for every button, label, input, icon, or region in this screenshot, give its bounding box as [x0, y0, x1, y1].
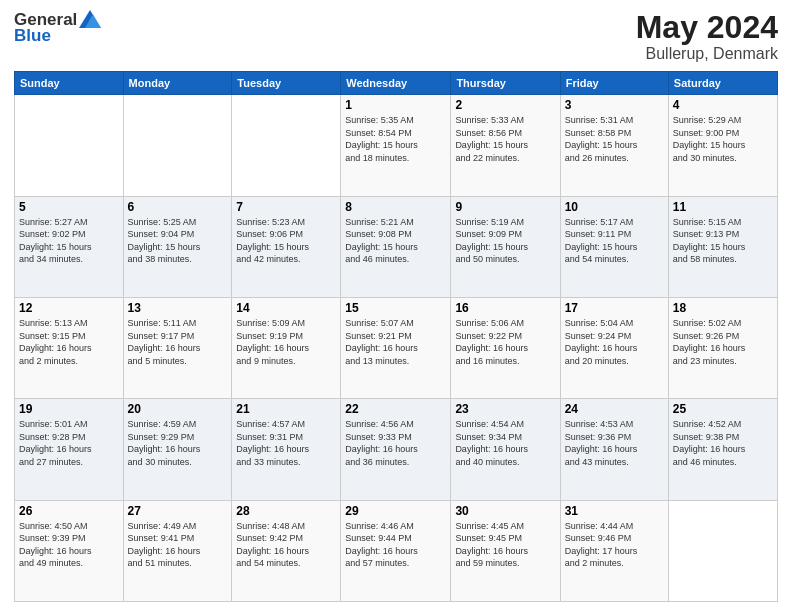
day-number: 8 [345, 200, 446, 214]
day-info: Sunrise: 4:48 AMSunset: 9:42 PMDaylight:… [236, 520, 336, 570]
day-info: Sunrise: 5:31 AMSunset: 8:58 PMDaylight:… [565, 114, 664, 164]
day-info: Sunrise: 5:23 AMSunset: 9:06 PMDaylight:… [236, 216, 336, 266]
calendar-week-row: 26Sunrise: 4:50 AMSunset: 9:39 PMDayligh… [15, 500, 778, 601]
day-info: Sunrise: 5:27 AMSunset: 9:02 PMDaylight:… [19, 216, 119, 266]
month-title: May 2024 [636, 10, 778, 45]
calendar-week-row: 19Sunrise: 5:01 AMSunset: 9:28 PMDayligh… [15, 399, 778, 500]
header-saturday: Saturday [668, 72, 777, 95]
table-row: 31Sunrise: 4:44 AMSunset: 9:46 PMDayligh… [560, 500, 668, 601]
day-number: 29 [345, 504, 446, 518]
table-row: 8Sunrise: 5:21 AMSunset: 9:08 PMDaylight… [341, 196, 451, 297]
table-row: 1Sunrise: 5:35 AMSunset: 8:54 PMDaylight… [341, 95, 451, 196]
table-row: 26Sunrise: 4:50 AMSunset: 9:39 PMDayligh… [15, 500, 124, 601]
day-number: 23 [455, 402, 555, 416]
calendar-week-row: 5Sunrise: 5:27 AMSunset: 9:02 PMDaylight… [15, 196, 778, 297]
table-row: 13Sunrise: 5:11 AMSunset: 9:17 PMDayligh… [123, 297, 232, 398]
table-row: 27Sunrise: 4:49 AMSunset: 9:41 PMDayligh… [123, 500, 232, 601]
table-row [668, 500, 777, 601]
day-number: 5 [19, 200, 119, 214]
table-row [15, 95, 124, 196]
table-row: 14Sunrise: 5:09 AMSunset: 9:19 PMDayligh… [232, 297, 341, 398]
day-info: Sunrise: 5:19 AMSunset: 9:09 PMDaylight:… [455, 216, 555, 266]
day-number: 22 [345, 402, 446, 416]
table-row: 6Sunrise: 5:25 AMSunset: 9:04 PMDaylight… [123, 196, 232, 297]
table-row: 30Sunrise: 4:45 AMSunset: 9:45 PMDayligh… [451, 500, 560, 601]
table-row [232, 95, 341, 196]
day-info: Sunrise: 4:49 AMSunset: 9:41 PMDaylight:… [128, 520, 228, 570]
table-row: 10Sunrise: 5:17 AMSunset: 9:11 PMDayligh… [560, 196, 668, 297]
table-row: 5Sunrise: 5:27 AMSunset: 9:02 PMDaylight… [15, 196, 124, 297]
header-tuesday: Tuesday [232, 72, 341, 95]
day-number: 1 [345, 98, 446, 112]
table-row: 17Sunrise: 5:04 AMSunset: 9:24 PMDayligh… [560, 297, 668, 398]
page-container: General Blue May 2024 Bullerup, Denmark … [0, 0, 792, 612]
day-info: Sunrise: 5:35 AMSunset: 8:54 PMDaylight:… [345, 114, 446, 164]
header-friday: Friday [560, 72, 668, 95]
table-row: 20Sunrise: 4:59 AMSunset: 9:29 PMDayligh… [123, 399, 232, 500]
day-info: Sunrise: 4:59 AMSunset: 9:29 PMDaylight:… [128, 418, 228, 468]
table-row: 15Sunrise: 5:07 AMSunset: 9:21 PMDayligh… [341, 297, 451, 398]
day-number: 15 [345, 301, 446, 315]
day-info: Sunrise: 5:13 AMSunset: 9:15 PMDaylight:… [19, 317, 119, 367]
day-number: 7 [236, 200, 336, 214]
table-row: 29Sunrise: 4:46 AMSunset: 9:44 PMDayligh… [341, 500, 451, 601]
calendar-table: Sunday Monday Tuesday Wednesday Thursday… [14, 71, 778, 602]
day-info: Sunrise: 4:44 AMSunset: 9:46 PMDaylight:… [565, 520, 664, 570]
day-number: 28 [236, 504, 336, 518]
day-number: 25 [673, 402, 773, 416]
day-info: Sunrise: 5:15 AMSunset: 9:13 PMDaylight:… [673, 216, 773, 266]
day-number: 20 [128, 402, 228, 416]
day-number: 4 [673, 98, 773, 112]
day-info: Sunrise: 5:01 AMSunset: 9:28 PMDaylight:… [19, 418, 119, 468]
logo-blue-text: Blue [14, 26, 51, 46]
day-info: Sunrise: 4:45 AMSunset: 9:45 PMDaylight:… [455, 520, 555, 570]
day-info: Sunrise: 5:09 AMSunset: 9:19 PMDaylight:… [236, 317, 336, 367]
day-info: Sunrise: 5:33 AMSunset: 8:56 PMDaylight:… [455, 114, 555, 164]
day-number: 6 [128, 200, 228, 214]
table-row: 23Sunrise: 4:54 AMSunset: 9:34 PMDayligh… [451, 399, 560, 500]
day-info: Sunrise: 5:04 AMSunset: 9:24 PMDaylight:… [565, 317, 664, 367]
day-info: Sunrise: 4:56 AMSunset: 9:33 PMDaylight:… [345, 418, 446, 468]
day-number: 30 [455, 504, 555, 518]
calendar-week-row: 12Sunrise: 5:13 AMSunset: 9:15 PMDayligh… [15, 297, 778, 398]
title-block: May 2024 Bullerup, Denmark [636, 10, 778, 63]
day-number: 31 [565, 504, 664, 518]
table-row: 25Sunrise: 4:52 AMSunset: 9:38 PMDayligh… [668, 399, 777, 500]
table-row: 4Sunrise: 5:29 AMSunset: 9:00 PMDaylight… [668, 95, 777, 196]
day-number: 11 [673, 200, 773, 214]
day-info: Sunrise: 5:02 AMSunset: 9:26 PMDaylight:… [673, 317, 773, 367]
location-title: Bullerup, Denmark [636, 45, 778, 63]
day-number: 12 [19, 301, 119, 315]
day-info: Sunrise: 5:06 AMSunset: 9:22 PMDaylight:… [455, 317, 555, 367]
day-info: Sunrise: 5:21 AMSunset: 9:08 PMDaylight:… [345, 216, 446, 266]
day-number: 18 [673, 301, 773, 315]
header: General Blue May 2024 Bullerup, Denmark [14, 10, 778, 63]
day-info: Sunrise: 4:50 AMSunset: 9:39 PMDaylight:… [19, 520, 119, 570]
day-number: 10 [565, 200, 664, 214]
table-row: 7Sunrise: 5:23 AMSunset: 9:06 PMDaylight… [232, 196, 341, 297]
table-row: 22Sunrise: 4:56 AMSunset: 9:33 PMDayligh… [341, 399, 451, 500]
day-info: Sunrise: 5:25 AMSunset: 9:04 PMDaylight:… [128, 216, 228, 266]
day-number: 9 [455, 200, 555, 214]
table-row: 2Sunrise: 5:33 AMSunset: 8:56 PMDaylight… [451, 95, 560, 196]
table-row [123, 95, 232, 196]
day-info: Sunrise: 5:17 AMSunset: 9:11 PMDaylight:… [565, 216, 664, 266]
day-number: 16 [455, 301, 555, 315]
table-row: 18Sunrise: 5:02 AMSunset: 9:26 PMDayligh… [668, 297, 777, 398]
calendar-week-row: 1Sunrise: 5:35 AMSunset: 8:54 PMDaylight… [15, 95, 778, 196]
day-info: Sunrise: 4:52 AMSunset: 9:38 PMDaylight:… [673, 418, 773, 468]
day-number: 26 [19, 504, 119, 518]
table-row: 16Sunrise: 5:06 AMSunset: 9:22 PMDayligh… [451, 297, 560, 398]
header-sunday: Sunday [15, 72, 124, 95]
table-row: 9Sunrise: 5:19 AMSunset: 9:09 PMDaylight… [451, 196, 560, 297]
day-number: 19 [19, 402, 119, 416]
table-row: 3Sunrise: 5:31 AMSunset: 8:58 PMDaylight… [560, 95, 668, 196]
table-row: 28Sunrise: 4:48 AMSunset: 9:42 PMDayligh… [232, 500, 341, 601]
day-number: 24 [565, 402, 664, 416]
day-info: Sunrise: 4:54 AMSunset: 9:34 PMDaylight:… [455, 418, 555, 468]
table-row: 21Sunrise: 4:57 AMSunset: 9:31 PMDayligh… [232, 399, 341, 500]
header-thursday: Thursday [451, 72, 560, 95]
day-number: 13 [128, 301, 228, 315]
logo: General Blue [14, 10, 101, 46]
header-wednesday: Wednesday [341, 72, 451, 95]
